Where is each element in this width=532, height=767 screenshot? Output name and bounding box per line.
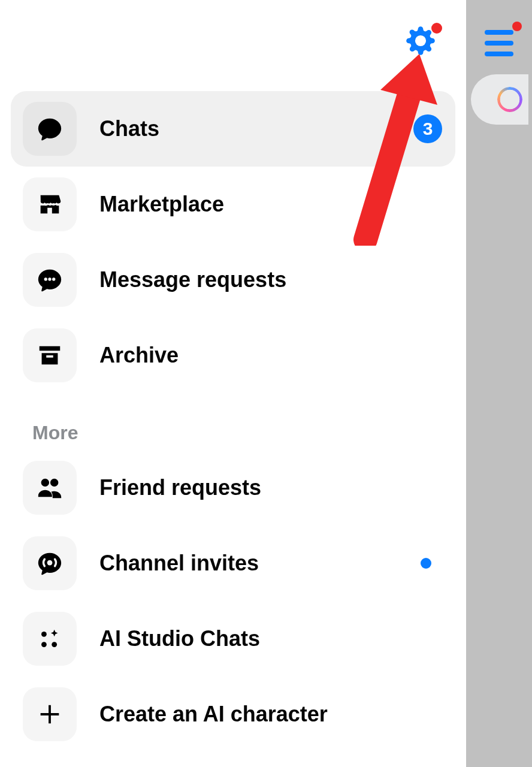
friends-icon — [23, 461, 77, 515]
nav-label: Message requests — [99, 267, 286, 292]
nav-list: Chats 3 Marketplace Message requests Arc… — [0, 84, 466, 752]
assistant-button[interactable] — [471, 74, 528, 125]
nav-item-create-ai[interactable]: Create an AI character — [11, 677, 455, 752]
nav-label: Chats — [99, 116, 159, 141]
channel-icon — [23, 536, 77, 590]
ai-studio-icon — [23, 612, 77, 666]
nav-label: Channel invites — [99, 551, 259, 576]
notification-dot-icon — [431, 23, 442, 34]
hamburger-icon — [485, 30, 513, 56]
chat-icon — [23, 102, 77, 156]
nav-label: Archive — [99, 343, 179, 368]
marketplace-icon — [23, 177, 77, 231]
sidebar-panel: Chats 3 Marketplace Message requests Arc… — [0, 0, 466, 767]
notification-dot-icon — [512, 22, 522, 31]
nav-item-channel-invites[interactable]: Channel invites — [11, 526, 455, 601]
svg-point-3 — [52, 277, 55, 280]
svg-point-4 — [47, 560, 53, 566]
message-requests-icon — [23, 253, 77, 307]
svg-point-7 — [52, 642, 57, 647]
nav-label: Friend requests — [99, 475, 261, 500]
nav-label: Marketplace — [99, 192, 224, 217]
nav-item-marketplace[interactable]: Marketplace — [11, 167, 455, 242]
svg-point-5 — [41, 632, 47, 637]
notification-dot-icon — [421, 558, 431, 569]
svg-point-0 — [415, 35, 426, 46]
plus-icon — [23, 687, 77, 741]
nav-label: Create an AI character — [99, 702, 328, 727]
svg-point-2 — [48, 277, 51, 280]
settings-button[interactable] — [404, 25, 437, 59]
sidebar-header — [0, 0, 466, 84]
nav-item-chats[interactable]: Chats 3 — [11, 91, 455, 167]
nav-item-message-requests[interactable]: Message requests — [11, 242, 455, 318]
unread-badge: 3 — [413, 114, 442, 143]
section-more-label: More — [11, 393, 455, 450]
nav-item-friend-requests[interactable]: Friend requests — [11, 450, 455, 526]
nav-item-archive[interactable]: Archive — [11, 318, 455, 393]
archive-icon — [23, 328, 77, 382]
nav-item-ai-studio[interactable]: AI Studio Chats — [11, 601, 455, 677]
svg-point-1 — [44, 277, 47, 280]
assistant-ring-icon — [497, 87, 522, 112]
svg-point-6 — [41, 642, 47, 647]
nav-label: AI Studio Chats — [99, 626, 260, 651]
right-strip — [466, 0, 532, 767]
menu-button[interactable] — [480, 24, 518, 62]
